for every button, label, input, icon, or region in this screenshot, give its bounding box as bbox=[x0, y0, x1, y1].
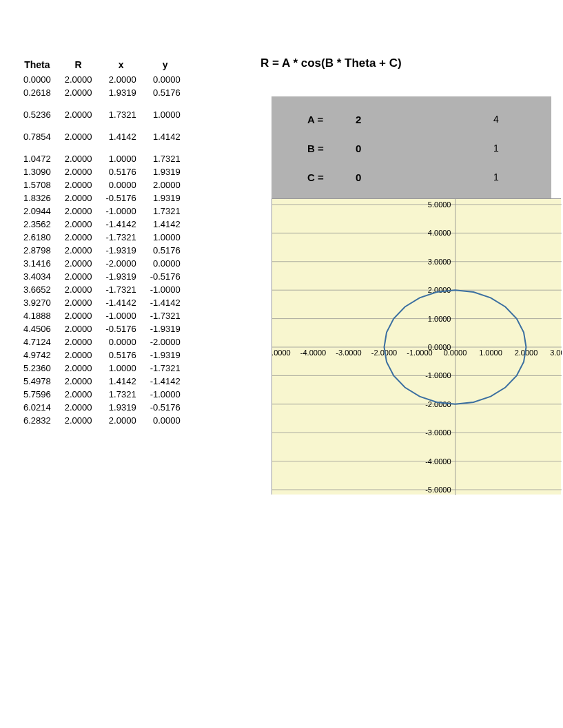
cell-theta: 2.0944 bbox=[17, 205, 58, 218]
cell-x: 1.7321 bbox=[99, 99, 143, 121]
cell-theta: 2.6180 bbox=[17, 231, 58, 244]
data-table: Theta R x y 0.00002.00002.00000.00000.26… bbox=[17, 58, 187, 427]
cell-y: 1.9319 bbox=[143, 191, 187, 205]
cell-y: 0.5176 bbox=[143, 244, 187, 257]
cell-r: 2.0000 bbox=[58, 205, 99, 218]
cell-r: 2.0000 bbox=[58, 388, 99, 401]
cell-theta: 1.5708 bbox=[17, 178, 58, 191]
cell-x: 2.0000 bbox=[99, 73, 143, 86]
cell-r: 2.0000 bbox=[58, 362, 99, 375]
table-row: 5.75962.00001.7321-1.0000 bbox=[17, 388, 187, 401]
table-row: 6.02142.00001.9319-0.5176 bbox=[17, 401, 187, 414]
cell-theta: 0.7854 bbox=[17, 121, 58, 143]
cell-theta: 4.9742 bbox=[17, 349, 58, 362]
col-x: x bbox=[99, 58, 143, 73]
param-row-b: B = 0 1 bbox=[272, 134, 551, 163]
table-row: 0.52362.00001.73211.0000 bbox=[17, 99, 187, 121]
cell-r: 2.0000 bbox=[58, 270, 99, 283]
cell-x: 2.0000 bbox=[99, 414, 143, 427]
cell-y: 1.4142 bbox=[143, 121, 187, 143]
cell-r: 2.0000 bbox=[58, 296, 99, 309]
table-header-row: Theta R x y bbox=[17, 58, 187, 73]
cell-x: 0.5176 bbox=[99, 165, 143, 178]
table-row: 5.49782.00001.4142-1.4142 bbox=[17, 375, 187, 388]
cell-y: 1.0000 bbox=[143, 231, 187, 244]
cell-r: 2.0000 bbox=[58, 257, 99, 270]
table-row: 3.92702.0000-1.4142-1.4142 bbox=[17, 296, 187, 309]
table-row: 4.71242.00000.0000-2.0000 bbox=[17, 335, 187, 349]
cell-x: 0.0000 bbox=[99, 178, 143, 191]
cell-r: 2.0000 bbox=[58, 191, 99, 205]
cell-y: -1.0000 bbox=[143, 283, 187, 296]
svg-text:-3.0000: -3.0000 bbox=[336, 349, 361, 357]
table-row: 1.57082.00000.00002.0000 bbox=[17, 178, 187, 191]
cell-r: 2.0000 bbox=[58, 244, 99, 257]
cell-theta: 3.9270 bbox=[17, 296, 58, 309]
cell-y: -2.0000 bbox=[143, 335, 187, 349]
xy-chart: 5.00004.00003.00002.00001.00000.0000-1.0… bbox=[272, 198, 561, 495]
table-row: 3.40342.0000-1.9319-0.5176 bbox=[17, 270, 187, 283]
cell-x: -1.7321 bbox=[99, 231, 143, 244]
cell-r: 2.0000 bbox=[58, 322, 99, 335]
param-a-label: A = bbox=[272, 114, 356, 125]
cell-y: 1.7321 bbox=[143, 143, 187, 165]
cell-x: 1.9319 bbox=[99, 86, 143, 99]
cell-theta: 6.0214 bbox=[17, 401, 58, 414]
param-a-extra: 4 bbox=[493, 114, 499, 125]
cell-y: 1.0000 bbox=[143, 99, 187, 121]
cell-r: 2.0000 bbox=[58, 231, 99, 244]
cell-r: 2.0000 bbox=[58, 86, 99, 99]
cell-r: 2.0000 bbox=[58, 99, 99, 121]
cell-r: 2.0000 bbox=[58, 283, 99, 296]
svg-text:3.0000: 3.0000 bbox=[550, 349, 562, 357]
table-row: 0.26182.00001.93190.5176 bbox=[17, 86, 187, 99]
cell-r: 2.0000 bbox=[58, 143, 99, 165]
cell-y: -0.5176 bbox=[143, 270, 187, 283]
cell-r: 2.0000 bbox=[58, 401, 99, 414]
svg-text:-4.0000: -4.0000 bbox=[425, 457, 451, 466]
cell-x: 1.4142 bbox=[99, 375, 143, 388]
param-a-value: 2 bbox=[356, 114, 397, 125]
cell-y: -1.9319 bbox=[143, 322, 187, 335]
cell-r: 2.0000 bbox=[58, 73, 99, 86]
cell-theta: 2.3562 bbox=[17, 218, 58, 231]
svg-text:1.0000: 1.0000 bbox=[428, 315, 451, 323]
cell-y: 0.0000 bbox=[143, 257, 187, 270]
cell-y: 0.5176 bbox=[143, 86, 187, 99]
table-row: 5.23602.00001.0000-1.7321 bbox=[17, 362, 187, 375]
cell-y: -1.0000 bbox=[143, 388, 187, 401]
param-b-extra: 1 bbox=[493, 143, 499, 154]
cell-theta: 4.4506 bbox=[17, 322, 58, 335]
svg-text:-5.0000: -5.0000 bbox=[425, 486, 451, 494]
svg-text:-1.0000: -1.0000 bbox=[425, 371, 451, 379]
svg-text:-5.0000: -5.0000 bbox=[272, 349, 291, 357]
svg-text:-3.0000: -3.0000 bbox=[425, 428, 451, 437]
cell-y: 1.4142 bbox=[143, 218, 187, 231]
svg-text:2.0000: 2.0000 bbox=[428, 286, 451, 294]
cell-x: 1.9319 bbox=[99, 401, 143, 414]
cell-theta: 0.5236 bbox=[17, 99, 58, 121]
cell-r: 2.0000 bbox=[58, 218, 99, 231]
svg-text:3.0000: 3.0000 bbox=[428, 258, 451, 266]
param-b-label: B = bbox=[272, 143, 356, 154]
cell-theta: 0.2618 bbox=[17, 86, 58, 99]
table-row: 2.61802.0000-1.73211.0000 bbox=[17, 231, 187, 244]
cell-r: 2.0000 bbox=[58, 375, 99, 388]
col-y: y bbox=[143, 58, 187, 73]
svg-text:0.0000: 0.0000 bbox=[444, 349, 467, 357]
cell-r: 2.0000 bbox=[58, 349, 99, 362]
table-row: 4.18882.0000-1.0000-1.7321 bbox=[17, 309, 187, 322]
cell-y: 1.7321 bbox=[143, 205, 187, 218]
cell-theta: 4.1888 bbox=[17, 309, 58, 322]
cell-x: -1.0000 bbox=[99, 205, 143, 218]
table-row: 1.04722.00001.00001.7321 bbox=[17, 143, 187, 165]
cell-y: 1.9319 bbox=[143, 165, 187, 178]
cell-y: -1.4142 bbox=[143, 296, 187, 309]
cell-r: 2.0000 bbox=[58, 309, 99, 322]
svg-text:4.0000: 4.0000 bbox=[428, 229, 451, 237]
table-row: 1.83262.0000-0.51761.9319 bbox=[17, 191, 187, 205]
param-c-extra: 1 bbox=[493, 171, 499, 183]
svg-text:-1.0000: -1.0000 bbox=[407, 349, 432, 357]
cell-x: -0.5176 bbox=[99, 322, 143, 335]
cell-x: -2.0000 bbox=[99, 257, 143, 270]
